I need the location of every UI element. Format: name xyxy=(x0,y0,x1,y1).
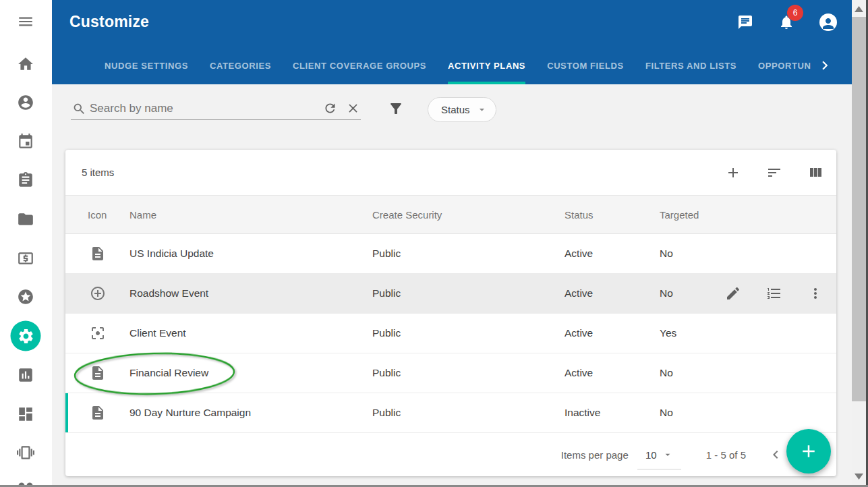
clear-search-icon[interactable] xyxy=(346,101,360,115)
pagination: Items per page 10 1 - 5 of 5 xyxy=(65,433,836,476)
calendar-icon[interactable] xyxy=(17,133,34,150)
app-header: Customize 6 NUDGE SETTINGSCATEGORIESCLIE… xyxy=(52,0,852,84)
chat-icon[interactable] xyxy=(737,14,753,30)
filter-icon[interactable] xyxy=(388,101,404,117)
search-icon xyxy=(72,102,86,116)
row-targeted: No xyxy=(660,248,715,260)
tabs-scroll-right-icon[interactable] xyxy=(816,57,834,74)
table-row[interactable]: Roadshow Event Public Active No xyxy=(65,274,836,314)
tab-filters-and-lists[interactable]: FILTERS AND LISTS xyxy=(635,54,747,77)
scroll-up-icon[interactable] xyxy=(855,6,863,12)
money-doc-icon[interactable] xyxy=(17,250,34,267)
scrollbar-thumb[interactable] xyxy=(852,17,866,401)
tab-bar: NUDGE SETTINGSCATEGORIESCLIENT COVERAGE … xyxy=(52,54,852,84)
app-window: Customize 6 NUDGE SETTINGSCATEGORIESCLIE… xyxy=(0,0,868,487)
document-icon xyxy=(90,405,129,421)
table-card: 5 items Icon Name Create Security Status… xyxy=(65,150,836,476)
scroll-down-icon[interactable] xyxy=(855,474,863,480)
page-size-value: 10 xyxy=(645,449,657,461)
row-name: Roadshow Event xyxy=(129,287,372,299)
menu-icon[interactable] xyxy=(17,13,34,30)
add-fab-button[interactable] xyxy=(786,429,831,474)
column-header-status[interactable]: Status xyxy=(565,209,660,221)
vibration-icon[interactable] xyxy=(17,444,34,461)
status-filter-chip[interactable]: Status xyxy=(428,97,496,122)
table-body: US Indicia Update Public Active No Roads… xyxy=(65,234,836,433)
column-header-icon[interactable]: Icon xyxy=(65,209,129,221)
row-create-security: Public xyxy=(372,287,565,299)
table-row[interactable]: US Indicia Update Public Active No xyxy=(65,234,836,274)
row-status: Active xyxy=(565,327,660,339)
center-focus-icon xyxy=(90,325,129,341)
tab-client-coverage-groups[interactable]: CLIENT COVERAGE GROUPS xyxy=(282,54,437,77)
chart-icon[interactable] xyxy=(17,366,34,384)
row-status: Active xyxy=(565,287,660,299)
search-input[interactable]: Search by name xyxy=(90,102,312,115)
main-area: Customize 6 NUDGE SETTINGSCATEGORIESCLIE… xyxy=(52,0,852,485)
list-numbered-icon[interactable] xyxy=(766,285,782,302)
tab-categories[interactable]: CATEGORIES xyxy=(199,54,282,77)
refresh-icon[interactable] xyxy=(323,101,337,115)
page-title: Customize xyxy=(69,13,149,31)
items-count: 5 items xyxy=(82,167,114,178)
avatar[interactable] xyxy=(819,13,837,31)
tab-activity-plans[interactable]: ACTIVITY PLANS xyxy=(437,54,536,77)
row-targeted: Yes xyxy=(660,327,715,339)
row-create-security: Public xyxy=(372,327,565,339)
row-targeted: No xyxy=(660,287,715,299)
row-name: Financial Review xyxy=(129,367,372,379)
status-chip-label: Status xyxy=(441,104,470,115)
table-row[interactable]: 90 Day Nurture Campaign Public Inactive … xyxy=(65,393,836,433)
previous-page-icon[interactable] xyxy=(768,447,784,463)
row-targeted: No xyxy=(660,367,715,379)
table-row[interactable]: Client Event Public Active Yes xyxy=(65,314,836,353)
account-icon[interactable] xyxy=(17,94,34,111)
tab-opportun[interactable]: OPPORTUN xyxy=(747,54,821,77)
row-name: Client Event xyxy=(129,327,372,339)
table-header: Icon Name Create Security Status Targete… xyxy=(65,196,836,234)
edit-icon[interactable] xyxy=(725,285,741,302)
tab-custom-fields[interactable]: CUSTOM FIELDS xyxy=(536,54,635,77)
notifications-icon[interactable]: 6 xyxy=(778,14,794,30)
row-name: US Indicia Update xyxy=(129,248,372,260)
sidebar xyxy=(0,0,52,485)
card-header: 5 items xyxy=(65,150,836,196)
folder-icon[interactable] xyxy=(17,210,34,228)
items-per-page-label: Items per page xyxy=(561,449,629,461)
search-underline xyxy=(71,119,361,120)
column-header-name[interactable]: Name xyxy=(129,209,372,221)
table-row[interactable]: Financial Review Public Active No xyxy=(65,353,836,393)
row-status: Active xyxy=(565,367,660,379)
column-header-create-security[interactable]: Create Security xyxy=(372,209,565,221)
row-create-security: Public xyxy=(372,367,565,379)
chevron-down-icon xyxy=(662,449,673,460)
row-create-security: Public xyxy=(372,407,565,419)
vertical-scrollbar[interactable] xyxy=(852,0,866,485)
row-targeted: No xyxy=(660,407,715,419)
document-icon xyxy=(90,365,129,381)
add-icon[interactable] xyxy=(725,165,741,181)
row-name: 90 Day Nurture Campaign xyxy=(129,407,372,419)
page-range: 1 - 5 of 5 xyxy=(706,449,746,461)
home-icon[interactable] xyxy=(17,55,34,73)
row-status: Inactive xyxy=(565,407,660,419)
column-header-targeted[interactable]: Targeted xyxy=(660,209,715,221)
chevron-down-icon xyxy=(476,104,488,115)
document-icon xyxy=(90,246,129,262)
page-size-select[interactable]: 10 xyxy=(637,449,681,461)
assignment-icon[interactable] xyxy=(17,171,34,189)
tab-nudge-settings[interactable]: NUDGE SETTINGS xyxy=(94,54,199,77)
dashboard-icon[interactable] xyxy=(17,405,34,423)
notification-badge: 6 xyxy=(787,5,803,21)
add-circle-icon xyxy=(90,285,129,302)
settings-icon[interactable] xyxy=(11,321,41,351)
more-vert-icon[interactable] xyxy=(807,285,823,302)
people-icon[interactable] xyxy=(13,478,38,485)
sort-icon[interactable] xyxy=(766,165,782,181)
stars-icon[interactable] xyxy=(17,288,34,306)
columns-icon[interactable] xyxy=(807,165,823,181)
row-status: Active xyxy=(565,248,660,260)
row-create-security: Public xyxy=(372,248,565,260)
